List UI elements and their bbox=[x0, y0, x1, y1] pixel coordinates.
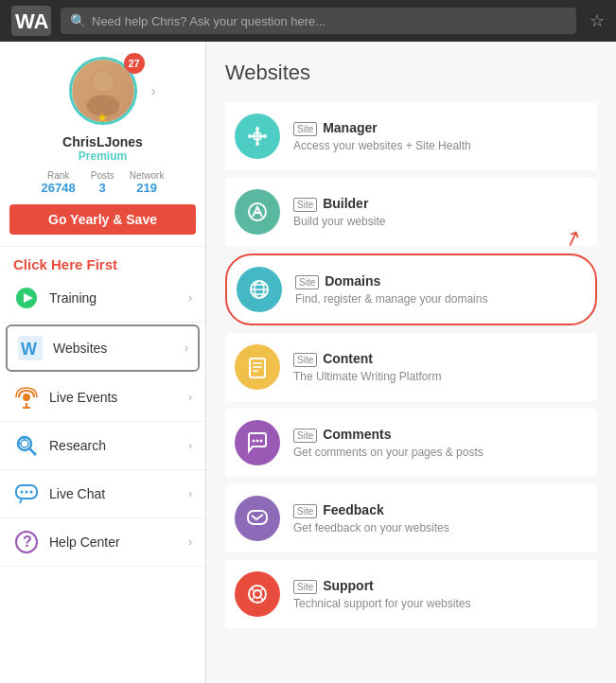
sidebar-item-live-chat-label: Live Chat bbox=[49, 486, 188, 501]
content-area: Websites Click Here Second Site Man bbox=[206, 42, 616, 683]
site-content-title: Site Content bbox=[293, 351, 442, 367]
sidebar-item-research-label: Research bbox=[49, 438, 188, 453]
research-icon bbox=[13, 432, 40, 459]
site-content-icon bbox=[235, 344, 280, 390]
rank-label: Rank bbox=[42, 170, 76, 181]
svg-point-28 bbox=[255, 142, 259, 146]
svg-point-21 bbox=[30, 491, 33, 494]
site-comments-title: Site Comments bbox=[293, 427, 484, 443]
user-tier: Premium bbox=[79, 149, 127, 163]
svg-point-4 bbox=[93, 71, 114, 92]
posts-value: 3 bbox=[91, 181, 114, 195]
wa-logo[interactable]: WA bbox=[11, 6, 51, 36]
stats-row: Rank 26748 Posts 3 Network 219 bbox=[42, 170, 165, 195]
network-label: Network bbox=[130, 170, 165, 181]
sidebar-item-training-label: Training bbox=[49, 290, 188, 306]
sidebar: 27 ★ › ChrisLJones Premium Rank 26748 Po… bbox=[0, 42, 206, 683]
site-support-text: Site Support Technical support for your … bbox=[293, 578, 470, 610]
sidebar-item-websites[interactable]: W Websites › bbox=[6, 324, 200, 372]
site-builder-desc: Build your website bbox=[293, 215, 385, 228]
profile-area: 27 ★ › ChrisLJones Premium Rank 26748 Po… bbox=[0, 42, 205, 247]
search-input[interactable] bbox=[92, 14, 567, 28]
site-feedback-item[interactable]: Site Feedback Get feedback on your websi… bbox=[225, 484, 597, 552]
rank-value: 26748 bbox=[42, 181, 76, 195]
site-content-item[interactable]: Site Content The Ultimate Writing Platfo… bbox=[225, 333, 597, 401]
sidebar-item-live-chat[interactable]: Live Chat › bbox=[0, 470, 205, 518]
svg-text:WA: WA bbox=[15, 9, 49, 33]
site-feedback-text: Site Feedback Get feedback on your websi… bbox=[293, 502, 449, 534]
svg-point-10 bbox=[23, 394, 30, 401]
avatar-container: 27 ★ › bbox=[69, 57, 137, 125]
svg-point-27 bbox=[255, 127, 259, 131]
site-comments-desc: Get comments on your pages & posts bbox=[293, 446, 484, 459]
network-value: 219 bbox=[130, 181, 165, 195]
site-support-icon bbox=[235, 571, 280, 617]
search-icon: 🔍 bbox=[70, 13, 86, 28]
star-icon[interactable]: ☆ bbox=[590, 10, 605, 31]
help-center-chevron: › bbox=[188, 535, 192, 549]
notification-badge: 27 bbox=[124, 53, 145, 74]
svg-text:?: ? bbox=[23, 534, 32, 550]
star-badge: ★ bbox=[97, 110, 109, 125]
site-support-item[interactable]: Site Support Technical support for your … bbox=[225, 560, 597, 628]
svg-point-20 bbox=[26, 491, 28, 494]
websites-chevron: › bbox=[185, 342, 188, 355]
svg-rect-45 bbox=[248, 511, 267, 524]
svg-point-15 bbox=[21, 440, 28, 447]
site-comments-text: Site Comments Get comments on your pages… bbox=[293, 427, 484, 459]
sidebar-item-live-events-label: Live Events bbox=[49, 390, 188, 405]
site-comments-icon bbox=[235, 420, 280, 465]
content-title: Websites bbox=[225, 61, 597, 85]
site-domains-desc: Find, register & manage your domains bbox=[295, 292, 487, 306]
sidebar-item-training[interactable]: Training › bbox=[0, 274, 205, 323]
site-support-desc: Technical support for your websites bbox=[293, 597, 470, 610]
site-manager-icon bbox=[235, 114, 280, 159]
live-chat-chevron: › bbox=[188, 487, 192, 500]
search-bar[interactable]: 🔍 bbox=[61, 8, 576, 34]
go-yearly-button[interactable]: Go Yearly & Save bbox=[9, 204, 196, 235]
svg-line-14 bbox=[30, 449, 37, 456]
site-manager-desc: Access your websites + Site Health bbox=[293, 139, 471, 152]
username: ChrisLJones bbox=[62, 134, 143, 149]
main-layout: 27 ★ › ChrisLJones Premium Rank 26748 Po… bbox=[0, 42, 616, 683]
svg-text:W: W bbox=[21, 340, 37, 359]
network-stat: Network 219 bbox=[130, 170, 165, 195]
live-events-chevron: › bbox=[188, 391, 192, 404]
site-manager-item[interactable]: Site Manager Access your websites + Site… bbox=[225, 102, 597, 170]
site-builder-text: Site Builder Build your website bbox=[293, 196, 385, 228]
profile-chevron[interactable]: › bbox=[151, 83, 156, 98]
training-icon bbox=[13, 285, 40, 311]
svg-point-47 bbox=[254, 590, 261, 598]
sidebar-item-help-center[interactable]: ? Help Center › bbox=[0, 518, 205, 567]
site-content-desc: The Ultimate Writing Platform bbox=[293, 370, 442, 383]
click-here-first-label: Click Here First bbox=[0, 247, 205, 274]
site-content-text: Site Content The Ultimate Writing Platfo… bbox=[293, 351, 442, 383]
site-feedback-title: Site Feedback bbox=[293, 502, 449, 518]
site-domains-item[interactable]: Site Domains Find, register & manage you… bbox=[225, 254, 597, 325]
svg-line-48 bbox=[252, 588, 255, 591]
site-feedback-icon bbox=[235, 496, 280, 541]
research-chevron: › bbox=[188, 439, 192, 452]
site-manager-text: Site Manager Access your websites + Site… bbox=[293, 120, 471, 152]
svg-point-30 bbox=[263, 134, 267, 138]
site-comments-item[interactable]: Site Comments Get comments on your pages… bbox=[225, 409, 597, 477]
site-support-title: Site Support bbox=[293, 578, 470, 594]
sidebar-item-live-events[interactable]: Live Events › bbox=[0, 374, 205, 422]
svg-rect-38 bbox=[250, 359, 265, 377]
posts-label: Posts bbox=[91, 170, 114, 181]
site-domains-icon bbox=[237, 267, 282, 312]
site-domains-text: Site Domains Find, register & manage you… bbox=[295, 273, 487, 306]
sidebar-item-help-center-label: Help Center bbox=[49, 534, 188, 550]
training-chevron: › bbox=[188, 291, 192, 305]
site-feedback-desc: Get feedback on your websites bbox=[293, 521, 449, 534]
svg-point-44 bbox=[260, 440, 263, 443]
svg-point-29 bbox=[248, 134, 252, 138]
svg-line-51 bbox=[261, 598, 264, 601]
live-chat-icon bbox=[13, 481, 40, 507]
site-domains-title: Site Domains bbox=[295, 273, 487, 289]
live-events-icon bbox=[13, 384, 40, 411]
sidebar-item-research[interactable]: Research › bbox=[0, 422, 205, 470]
site-builder-item[interactable]: Site Builder Build your website bbox=[225, 178, 597, 246]
site-builder-icon bbox=[235, 189, 280, 235]
svg-point-42 bbox=[253, 440, 255, 443]
